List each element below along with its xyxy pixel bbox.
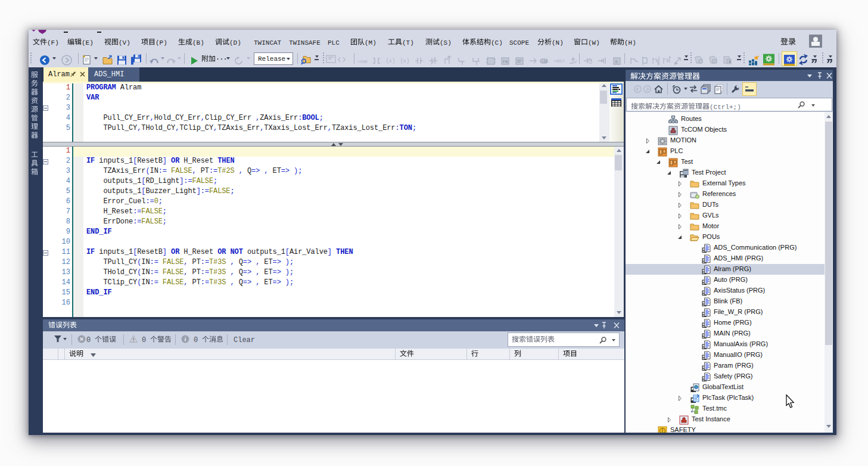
svg-text:=VAR: =VAR [357,60,368,64]
svg-text:↤RET: ↤RET [554,59,565,64]
svg-text:R: R [403,59,406,64]
svg-text:LID: LID [542,60,548,64]
svg-text:FN: FN [503,60,508,64]
svg-text:PLC: PLC [684,169,688,172]
svg-text:S: S [389,59,391,64]
svg-text:S: S [615,60,618,64]
